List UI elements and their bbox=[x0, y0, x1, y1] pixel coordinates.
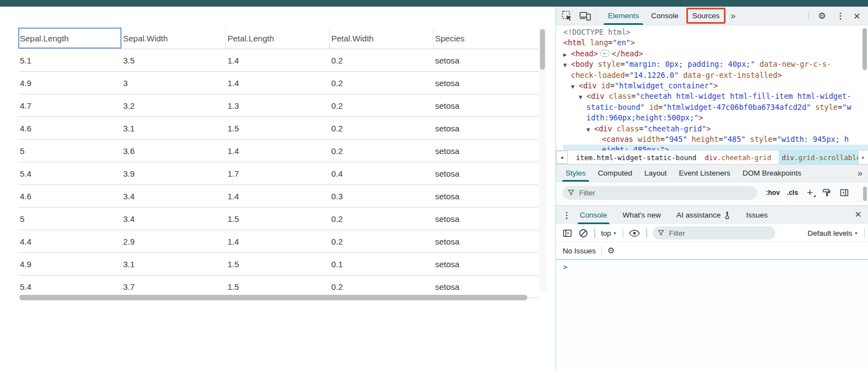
grid-cell[interactable]: setosa bbox=[433, 253, 538, 275]
grid-cell[interactable]: 1.4 bbox=[226, 230, 330, 252]
console-sidebar-icon[interactable] bbox=[563, 229, 572, 238]
grid-cell[interactable]: 0.1 bbox=[330, 253, 433, 275]
styles-more-tabs-icon[interactable]: » bbox=[858, 168, 862, 178]
grid-cell[interactable]: 3.4 bbox=[121, 185, 226, 207]
console-tab-issues[interactable]: Issues bbox=[746, 206, 768, 224]
paint-roller-icon[interactable] bbox=[822, 188, 831, 197]
dom-tree-line[interactable]: eight: 485px;"> bbox=[563, 145, 868, 150]
styles-tab-computed[interactable]: Computed bbox=[592, 165, 638, 182]
kebab-menu-icon[interactable]: ⋮ bbox=[837, 11, 845, 21]
toggle-sidebar-icon[interactable] bbox=[840, 188, 849, 197]
tab-sources[interactable]: Sources bbox=[686, 8, 726, 24]
grid-cell[interactable]: setosa bbox=[433, 49, 538, 71]
console-filter-input[interactable] bbox=[668, 229, 770, 238]
grid-cell[interactable]: 4.9 bbox=[18, 72, 121, 94]
grid-cell[interactable]: 4.6 bbox=[18, 117, 121, 139]
grid-cell[interactable]: 3.4 bbox=[121, 208, 226, 230]
grid-cell[interactable]: 0.2 bbox=[330, 72, 433, 94]
styles-tab-dom-breakpoints[interactable]: DOM Breakpoints bbox=[737, 165, 808, 182]
grid-horizontal-scrollbar-thumb[interactable] bbox=[19, 295, 527, 300]
grid-header-species[interactable]: Species bbox=[433, 28, 538, 49]
grid-cell[interactable]: 1.4 bbox=[226, 185, 330, 207]
dom-tree-line[interactable]: <!DOCTYPE html> bbox=[563, 27, 868, 38]
grid-cell[interactable]: setosa bbox=[433, 230, 538, 252]
issues-status[interactable]: No Issues bbox=[563, 247, 596, 255]
grid-cell[interactable]: 4.6 bbox=[18, 185, 121, 207]
grid-cell[interactable]: 4.7 bbox=[18, 94, 121, 116]
console-tab-ai-assistance[interactable]: AI assistance bbox=[676, 206, 731, 224]
dom-tree-line[interactable]: ▶<head>⋯</head> bbox=[563, 49, 868, 59]
more-tabs-icon[interactable]: » bbox=[731, 11, 735, 21]
grid-cell[interactable]: 1.4 bbox=[226, 72, 330, 94]
drawer-close-icon[interactable]: × bbox=[855, 208, 861, 221]
grid-cell[interactable]: setosa bbox=[433, 185, 538, 207]
new-style-rule-icon[interactable]: + bbox=[807, 189, 813, 197]
element-classes-toggle[interactable]: .cls bbox=[787, 189, 798, 197]
grid-cell[interactable]: 5.1 bbox=[18, 49, 121, 71]
grid-header-sepal-length[interactable]: Sepal.Length bbox=[18, 28, 121, 49]
styles-filter-pill[interactable] bbox=[563, 186, 757, 200]
console-tab-console[interactable]: Console bbox=[580, 206, 607, 224]
grid-header-sepal-width[interactable]: Sepal.Width bbox=[121, 28, 226, 49]
dom-tree-line[interactable]: static-bound" id="htmlwidget-47c06bf0ba6… bbox=[563, 102, 868, 113]
styles-filter-input[interactable] bbox=[578, 188, 752, 198]
grid-cell[interactable]: 3.6 bbox=[121, 140, 226, 162]
dom-tree-line[interactable]: ▼<body style="margin: 0px; padding: 40px… bbox=[563, 59, 868, 70]
styles-scrollbar-thumb[interactable] bbox=[863, 187, 867, 201]
grid-cell[interactable]: 3 bbox=[121, 72, 226, 94]
expand-arrow-icon[interactable]: ▼ bbox=[563, 60, 571, 71]
expand-arrow-icon[interactable]: ▼ bbox=[571, 82, 579, 92]
inspect-element-icon[interactable] bbox=[562, 10, 573, 22]
grid-vertical-scrollbar[interactable] bbox=[539, 28, 546, 292]
console-filter-pill[interactable] bbox=[653, 226, 775, 240]
grid-cell[interactable]: 1.5 bbox=[226, 208, 330, 230]
styles-tab-event-listeners[interactable]: Event Listeners bbox=[673, 165, 737, 182]
tab-elements[interactable]: Elements bbox=[602, 7, 645, 25]
breadcrumb-forward-icon[interactable]: ▸ bbox=[858, 151, 868, 164]
grid-cell[interactable]: setosa bbox=[433, 72, 538, 94]
grid-cell[interactable]: 1.7 bbox=[226, 162, 330, 184]
grid-cell[interactable]: 3.5 bbox=[121, 49, 226, 71]
device-toolbar-icon[interactable] bbox=[579, 11, 591, 21]
grid-cell[interactable]: 4.9 bbox=[18, 253, 121, 275]
expand-arrow-icon[interactable]: ▼ bbox=[579, 92, 586, 103]
styles-tab-styles[interactable]: Styles bbox=[559, 165, 592, 182]
close-devtools-icon[interactable]: × bbox=[854, 9, 860, 23]
grid-cell[interactable]: 0.2 bbox=[330, 140, 433, 162]
grid-vertical-scrollbar-thumb[interactable] bbox=[540, 29, 545, 70]
collapsed-content-icon[interactable]: ⋯ bbox=[600, 50, 610, 57]
grid-cell[interactable]: 1.4 bbox=[226, 140, 330, 162]
live-expression-eye-icon[interactable] bbox=[629, 230, 640, 237]
clear-console-icon[interactable] bbox=[579, 229, 588, 238]
console-settings-gear-icon[interactable]: ⚙ bbox=[607, 246, 615, 256]
grid-cell[interactable]: setosa bbox=[433, 162, 538, 184]
elements-tree-scrollbar-thumb[interactable] bbox=[862, 28, 867, 70]
grid-cell[interactable]: 0.3 bbox=[330, 185, 433, 207]
console-prompt-area[interactable]: > bbox=[556, 259, 868, 371]
grid-cell[interactable]: 0.4 bbox=[330, 162, 433, 184]
dom-tree-line[interactable]: <html lang="en"> bbox=[563, 38, 868, 48]
dom-tree-line[interactable]: <canvas width="945" height="485" style="… bbox=[563, 134, 868, 145]
pseudo-state-toggle[interactable]: :hov bbox=[766, 189, 780, 197]
grid-header-petal-width[interactable]: Petal.Width bbox=[330, 28, 433, 49]
grid-cell[interactable]: 3.2 bbox=[121, 94, 226, 116]
grid-cell[interactable]: 1.3 bbox=[226, 94, 330, 116]
tab-console[interactable]: Console bbox=[645, 7, 685, 25]
console-tab-what-s-new[interactable]: What's new bbox=[623, 206, 661, 224]
grid-cell[interactable]: 3.9 bbox=[121, 162, 226, 184]
breadcrumb-back-icon[interactable]: ◂ bbox=[556, 151, 568, 164]
grid-cell[interactable]: setosa bbox=[433, 94, 538, 116]
grid-cell[interactable]: 1.4 bbox=[226, 49, 330, 71]
grid-cell[interactable]: 5.4 bbox=[18, 162, 121, 184]
grid-cell[interactable]: setosa bbox=[433, 117, 538, 139]
grid-cell[interactable]: 3.1 bbox=[121, 117, 226, 139]
grid-cell[interactable]: 0.2 bbox=[330, 49, 433, 71]
grid-cell[interactable]: 5 bbox=[18, 208, 121, 230]
grid-cell[interactable]: 2.9 bbox=[121, 230, 226, 252]
grid-header-petal-length[interactable]: Petal.Length bbox=[226, 28, 330, 49]
dom-tree-line[interactable]: idth:960px;height:500px;"> bbox=[563, 113, 868, 123]
dom-tree-line[interactable]: ▼<div class="cheetah-grid"> bbox=[563, 124, 868, 134]
grid-cell[interactable]: 5 bbox=[18, 140, 121, 162]
grid-cell[interactable]: setosa bbox=[433, 208, 538, 230]
log-levels-selector[interactable]: Default levels ▾ bbox=[807, 229, 857, 237]
